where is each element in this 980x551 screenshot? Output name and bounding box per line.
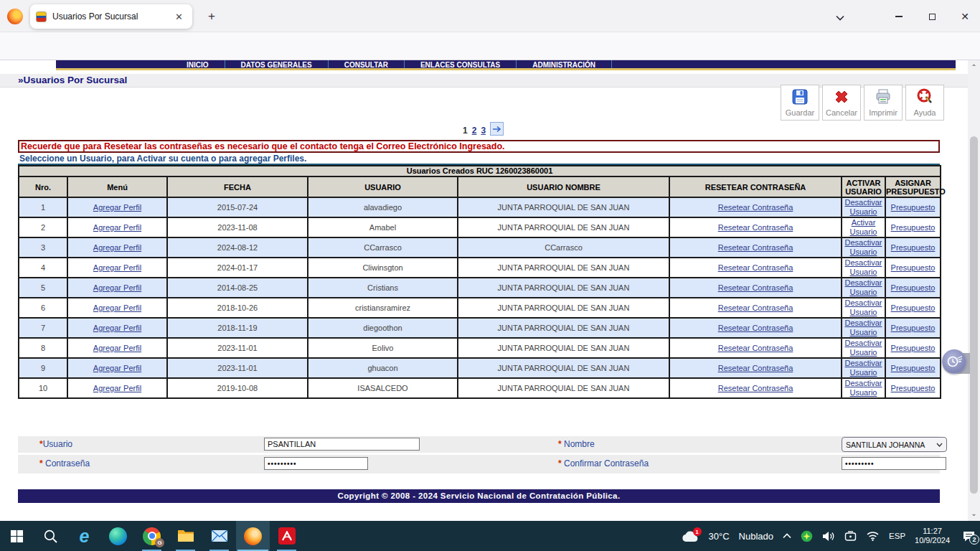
taskbar-edge-button[interactable] [101,521,135,551]
nombre-select[interactable]: SANTILLAN JOHANNA [842,437,947,452]
taskbar-mail-button[interactable] [202,521,236,551]
activar-usuario-link[interactable]: Desactivar Usuario [845,198,882,216]
usuario-input[interactable] [264,438,420,451]
resetear-contrasena-link[interactable]: Resetear Contraseña [718,344,793,352]
agregar-perfil-link[interactable]: Agregar Perfil [93,283,141,292]
activar-usuario-link[interactable]: Desactivar Usuario [845,339,882,357]
weather-condition[interactable]: Nublado [739,531,773,542]
guardar-button[interactable]: Guardar [781,85,819,121]
resetear-contrasena-link[interactable]: Resetear Contraseña [718,303,793,312]
cell-fecha: 2014-08-25 [167,278,308,298]
agregar-perfil-link[interactable]: Agregar Perfil [93,344,141,352]
scroll-up-icon[interactable]: ⌃ [968,62,980,73]
header-menu: Menú [67,176,167,197]
scrollbar-thumb[interactable] [970,136,978,494]
agregar-perfil-link[interactable]: Agregar Perfil [93,364,141,372]
agregar-perfil-link[interactable]: Agregar Perfil [93,263,141,272]
resetear-contrasena-link[interactable]: Resetear Contraseña [718,283,793,292]
presupuesto-link[interactable]: Presupuesto [891,283,936,292]
agregar-perfil-link[interactable]: Agregar Perfil [93,243,141,252]
presupuesto-link[interactable]: Presupuesto [891,203,936,212]
presupuesto-link[interactable]: Presupuesto [891,384,936,392]
nav-item-administracion[interactable]: ADMINISTRACIÓN [517,60,612,68]
resetear-contrasena-link[interactable]: Resetear Contraseña [718,364,793,372]
floating-clock-badge[interactable] [942,349,966,374]
window-minimize-button[interactable] [888,9,910,24]
confirmar-input[interactable] [842,457,946,470]
scroll-down-icon[interactable]: ⌄ [968,508,980,519]
cell-presupuesto: Presupuesto [885,338,941,358]
cell-presupuesto: Presupuesto [885,258,941,278]
cast-icon[interactable] [844,531,857,542]
resetear-contrasena-link[interactable]: Resetear Contraseña [718,324,793,332]
volume-icon[interactable] [822,531,835,542]
wifi-icon[interactable] [866,531,880,541]
agregar-perfil-link[interactable]: Agregar Perfil [93,303,141,312]
new-tab-button[interactable]: + [202,7,221,26]
taskbar-ie-button[interactable]: e [67,521,101,551]
next-page-button[interactable] [490,122,504,136]
activar-usuario-link[interactable]: Desactivar Usuario [845,359,882,377]
nav-item-inicio[interactable]: INICIO [171,60,225,68]
agregar-perfil-link[interactable]: Agregar Perfil [93,223,141,232]
window-close-button[interactable]: ✕ [954,9,976,24]
agregar-perfil-link[interactable]: Agregar Perfil [93,324,141,332]
notification-center-button[interactable]: 2 [962,530,976,542]
activar-usuario-link[interactable]: Desactivar Usuario [845,238,882,256]
page-link-3[interactable]: 3 [481,126,486,136]
taskbar-acrobat-button[interactable] [270,521,303,551]
start-button[interactable] [0,521,34,551]
resetear-contrasena-link[interactable]: Resetear Contraseña [718,243,793,252]
presupuesto-link[interactable]: Presupuesto [891,303,936,312]
taskbar-chrome-button[interactable]: G [135,521,169,551]
browser-scrollbar[interactable]: ⌃ ⌄ [968,60,980,521]
taskbar-search-button[interactable] [34,521,67,551]
cell-menu: Agregar Perfil [67,338,167,358]
activar-usuario-link[interactable]: Desactivar Usuario [845,298,882,316]
chevron-down-icon [936,443,943,447]
presupuesto-link[interactable]: Presupuesto [891,324,936,332]
presupuesto-link[interactable]: Presupuesto [891,263,936,272]
activar-usuario-link[interactable]: Desactivar Usuario [845,379,882,397]
presupuesto-link[interactable]: Presupuesto [891,364,936,372]
resetear-contrasena-link[interactable]: Resetear Contraseña [718,203,793,212]
cell-resetear: Resetear Contraseña [669,338,842,358]
contrasena-input[interactable] [264,457,368,470]
browser-tab[interactable]: Usuarios Por Sucursal ✕ [30,4,192,29]
weather-button[interactable]: 1 [681,529,699,542]
resetear-contrasena-link[interactable]: Resetear Contraseña [718,263,793,272]
cell-fecha: 2015-07-24 [167,197,308,217]
cancelar-button[interactable]: Cancelar [822,85,861,121]
ayuda-button[interactable]: Ayuda [905,85,944,121]
resetear-contrasena-link[interactable]: Resetear Contraseña [718,384,793,392]
activar-usuario-link[interactable]: Desactivar Usuario [845,319,882,336]
agregar-perfil-link[interactable]: Agregar Perfil [93,203,141,212]
taskbar-firefox-button[interactable] [236,521,270,551]
activar-usuario-link[interactable]: Desactivar Usuario [845,258,882,276]
language-indicator[interactable]: ESP [889,532,905,540]
firefox-logo-icon[interactable] [7,9,23,24]
tab-close-icon[interactable]: ✕ [171,10,187,24]
clock[interactable]: 11:27 10/9/2024 [915,527,950,545]
tray-chevron-up-icon[interactable] [783,533,791,539]
weather-temp[interactable]: 30°C [709,531,730,542]
page-link-2[interactable]: 2 [472,126,477,136]
antivirus-icon[interactable] [801,530,813,542]
nav-item-enlaces-consultas[interactable]: ENLACES CONSULTAS [405,60,517,68]
presupuesto-link[interactable]: Presupuesto [891,243,936,252]
list-tabs-chevron-icon[interactable] [829,10,851,26]
resetear-contrasena-link[interactable]: Resetear Contraseña [718,223,793,232]
presupuesto-link[interactable]: Presupuesto [891,344,936,352]
activar-usuario-link[interactable]: Activar Usuario [850,218,877,236]
window-maximize-button[interactable] [921,9,943,24]
activar-usuario-link[interactable]: Desactivar Usuario [845,278,882,296]
nav-item-datos-generales[interactable]: DATOS GENERALES [225,60,329,68]
nav-item-consultar[interactable]: CONSULTAR [329,60,405,68]
agregar-perfil-link[interactable]: Agregar Perfil [93,384,141,392]
cell-presupuesto: Presupuesto [885,378,941,398]
imprimir-button[interactable]: Imprimir [864,85,903,121]
guardar-label: Guardar [786,108,814,117]
presupuesto-link[interactable]: Presupuesto [891,223,936,232]
taskbar-explorer-button[interactable] [169,521,202,551]
cell-presupuesto: Presupuesto [885,318,941,338]
